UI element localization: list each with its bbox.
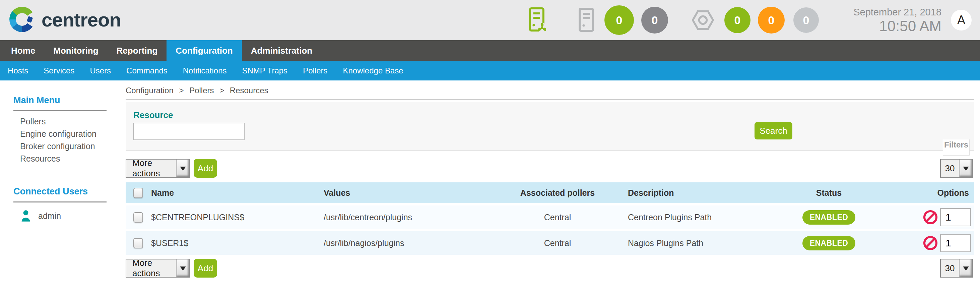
- toolbar-bottom: More actions Add 30: [126, 259, 974, 277]
- sidebar-item-broker-configuration[interactable]: Broker configuration: [20, 140, 126, 153]
- subnav-item-services[interactable]: Services: [36, 66, 82, 75]
- disable-icon[interactable]: [923, 235, 938, 251]
- resource-pollers: Central: [515, 212, 600, 222]
- page-size-value: 30: [941, 163, 959, 174]
- sidebar-item-resources[interactable]: Resources: [20, 153, 126, 165]
- subnav-item-users[interactable]: Users: [82, 66, 119, 75]
- page-size-select[interactable]: 30: [940, 259, 973, 277]
- breadcrumb-resources[interactable]: Resources: [230, 86, 268, 95]
- centreon-logo[interactable]: centreon: [10, 7, 121, 32]
- chevron-down-icon: [176, 260, 189, 277]
- resource-value: /usr/lib/nagios/plugins: [318, 238, 515, 248]
- centreon-logo-icon: [10, 7, 35, 32]
- sidebar-item-pollers[interactable]: Pollers: [20, 115, 126, 128]
- order-input[interactable]: [940, 234, 971, 252]
- current-time: 10:50 AM: [827, 18, 942, 34]
- breadcrumb-separator: >: [220, 86, 224, 95]
- services-ok-badge[interactable]: 0: [724, 7, 751, 33]
- nav-item-monitoring[interactable]: Monitoring: [44, 40, 107, 61]
- subnav-item-hosts[interactable]: Hosts: [0, 66, 36, 75]
- breadcrumb: Configuration > Pollers > Resources: [126, 86, 976, 95]
- nav-item-configuration[interactable]: Configuration: [167, 40, 242, 61]
- filters-tab[interactable]: Filters: [943, 139, 970, 156]
- centreon-app: centreon: [0, 0, 980, 295]
- main-content: Configuration > Pollers > Resources Reso…: [126, 80, 976, 295]
- resource-description: Centreon Plugins Path: [600, 212, 780, 222]
- breadcrumb-divider: [126, 99, 974, 100]
- resource-name[interactable]: $CENTREONPLUGINS$: [148, 212, 318, 222]
- subnav-item-notifications[interactable]: Notifications: [175, 66, 234, 75]
- subnav-item-commands[interactable]: Commands: [119, 66, 175, 75]
- logo-text: centreon: [41, 8, 121, 31]
- select-all-checkbox[interactable]: [134, 188, 143, 198]
- row-checkbox[interactable]: [134, 212, 143, 223]
- user-avatar[interactable]: A: [951, 10, 972, 30]
- hosts-up-badge[interactable]: 0: [605, 5, 634, 35]
- main-nav: Home Monitoring Reporting Configuration …: [0, 40, 980, 61]
- more-actions-label: More actions: [126, 258, 176, 279]
- user-icon: [21, 210, 31, 222]
- search-button[interactable]: Search: [754, 122, 792, 139]
- connected-user-admin[interactable]: admin: [21, 210, 126, 222]
- chevron-down-icon: [176, 159, 189, 177]
- table-header: Name Values Associated pollers Descripti…: [126, 182, 974, 203]
- breadcrumb-pollers[interactable]: Pollers: [189, 86, 214, 95]
- subnav-item-knowledge-base[interactable]: Knowledge Base: [335, 66, 411, 75]
- resource-search-input[interactable]: [134, 123, 245, 140]
- sidebar-connected-users-title: Connected Users: [13, 187, 126, 197]
- toolbar-top: More actions Add 30: [126, 159, 974, 178]
- chevron-down-icon: [959, 159, 972, 177]
- clock: September 21, 2018 10:50 AM: [827, 6, 942, 34]
- breadcrumb-separator: >: [179, 86, 184, 95]
- status-badge: ENABLED: [802, 236, 856, 250]
- resource-pollers: Central: [515, 238, 600, 248]
- col-header-description[interactable]: Description: [600, 188, 780, 198]
- add-button[interactable]: Add: [194, 259, 217, 277]
- row-checkbox[interactable]: [134, 238, 143, 249]
- order-input[interactable]: [940, 208, 971, 226]
- sidebar: Main Menu Pollers Engine configuration B…: [0, 80, 126, 295]
- connected-user-name: admin: [38, 211, 61, 221]
- col-header-options: Options: [878, 188, 974, 198]
- top-header: centreon: [0, 0, 980, 40]
- resource-name[interactable]: $USER1$: [148, 238, 318, 248]
- more-actions-select[interactable]: More actions: [126, 259, 190, 277]
- col-header-status[interactable]: Status: [780, 188, 878, 198]
- services-warning-badge[interactable]: 0: [758, 7, 785, 33]
- chevron-down-icon: [959, 260, 972, 277]
- sidebar-main-menu-list: Pollers Engine configuration Broker conf…: [20, 115, 126, 165]
- more-actions-label: More actions: [126, 158, 176, 179]
- page-size-select[interactable]: 30: [940, 159, 973, 178]
- resource-label: Resource: [134, 110, 173, 120]
- sidebar-item-engine-configuration[interactable]: Engine configuration: [20, 128, 126, 140]
- hosts-icon[interactable]: [578, 7, 594, 33]
- services-icon[interactable]: [692, 10, 714, 30]
- sidebar-divider: [13, 110, 107, 111]
- more-actions-select[interactable]: More actions: [126, 159, 190, 178]
- col-header-associated-pollers[interactable]: Associated pollers: [515, 188, 600, 198]
- page-size-value: 30: [941, 263, 959, 274]
- breadcrumb-configuration[interactable]: Configuration: [126, 86, 173, 95]
- resource-description: Nagios Plugins Path: [600, 238, 780, 248]
- status-badge: ENABLED: [802, 210, 856, 225]
- search-panel: Resource Search Filters: [126, 102, 974, 151]
- sidebar-main-menu-title: Main Menu: [13, 95, 126, 105]
- table-row: $USER1$ /usr/lib/nagios/plugins Central …: [126, 231, 974, 255]
- current-date: September 21, 2018: [827, 6, 942, 18]
- header-status-icons: 0 0 0 0 0: [529, 0, 819, 40]
- hosts-down-badge[interactable]: 0: [641, 7, 668, 33]
- services-unknown-badge[interactable]: 0: [793, 7, 819, 33]
- subnav-item-pollers[interactable]: Pollers: [295, 66, 335, 75]
- nav-item-reporting[interactable]: Reporting: [108, 40, 167, 61]
- table-row: $CENTREONPLUGINS$ /usr/lib/centreon/plug…: [126, 206, 974, 229]
- add-button[interactable]: Add: [194, 159, 217, 178]
- disable-icon[interactable]: [923, 209, 938, 225]
- sub-nav: Hosts Services Users Commands Notificati…: [0, 61, 980, 80]
- poller-icon[interactable]: [529, 7, 546, 33]
- sidebar-divider: [13, 201, 107, 203]
- col-header-name[interactable]: Name: [148, 188, 318, 198]
- nav-item-home[interactable]: Home: [2, 40, 44, 61]
- subnav-item-snmp-traps[interactable]: SNMP Traps: [234, 66, 296, 75]
- nav-item-administration[interactable]: Administration: [242, 40, 321, 61]
- col-header-values[interactable]: Values: [318, 188, 515, 198]
